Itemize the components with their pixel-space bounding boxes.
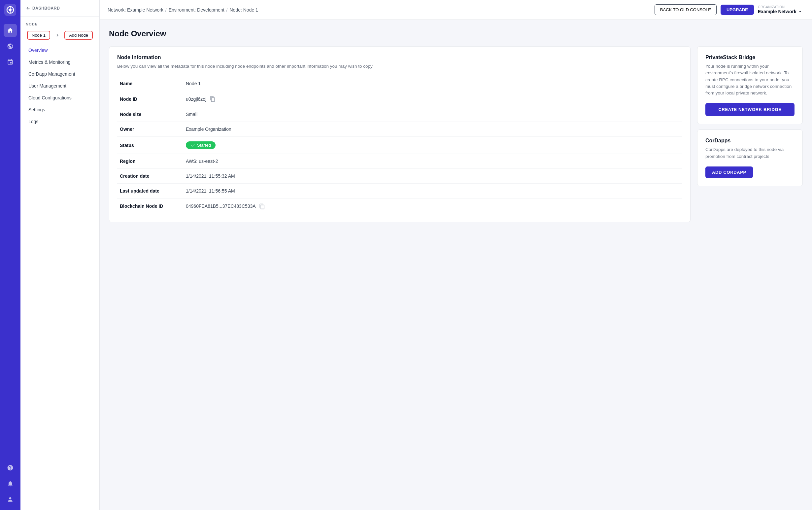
sidebar-item-bell[interactable] xyxy=(4,477,17,490)
back-to-dashboard[interactable]: DASHBOARD xyxy=(21,0,99,17)
row-value-nodeid: u0zgjl6zoj xyxy=(183,91,682,107)
back-to-old-console-button[interactable]: BACK TO OLD CONSOLE xyxy=(655,4,717,15)
info-table: Name Node 1 Node ID u0zgjl6zoj xyxy=(117,76,682,214)
node-selector-row: Node 1 Add Node xyxy=(23,29,97,41)
sidebar-item-user[interactable] xyxy=(4,493,17,506)
row-label-creation: Creation date xyxy=(117,169,183,183)
privatestack-title: PrivateStack Bridge xyxy=(705,55,794,60)
chevron-down-icon xyxy=(798,9,803,14)
row-value-status: Started xyxy=(183,137,682,154)
row-label-size: Node size xyxy=(117,107,183,122)
row-label-name: Name xyxy=(117,76,183,91)
breadcrumb-sep2: / xyxy=(227,7,228,12)
nav-item-user-mgmt[interactable]: User Management xyxy=(21,80,99,92)
sidebar-item-home[interactable] xyxy=(4,24,17,37)
nav-item-overview[interactable]: Overview xyxy=(21,44,99,56)
logo[interactable] xyxy=(4,4,16,16)
add-node-button[interactable]: Add Node xyxy=(64,31,93,40)
create-network-bridge-button[interactable]: CREATE NETWORK BRIDGE xyxy=(705,103,794,116)
table-row: Node ID u0zgjl6zoj xyxy=(117,91,682,107)
nav-item-cordapp[interactable]: CorDapp Management xyxy=(21,68,99,80)
icon-bar-bottom xyxy=(4,461,17,506)
nav-item-metrics[interactable]: Metrics & Monitoring xyxy=(21,56,99,68)
sidebar-item-globe[interactable] xyxy=(4,40,17,53)
table-row: Node size Small xyxy=(117,107,682,122)
table-row: Last updated date 1/14/2021, 11:56:55 AM xyxy=(117,183,682,199)
breadcrumb-network: Network: Example Network xyxy=(108,7,163,12)
breadcrumb-environment: Environment: Development xyxy=(169,7,224,12)
node-chip[interactable]: Node 1 xyxy=(27,31,50,40)
icon-bar xyxy=(0,0,21,510)
info-card: Node Information Below you can view all … xyxy=(109,46,691,222)
cordapps-desc: CorDapps are deployed to this node via p… xyxy=(705,146,794,160)
row-value-name: Node 1 xyxy=(183,76,682,91)
privatestack-card: PrivateStack Bridge Your node is running… xyxy=(697,46,803,124)
nav-item-logs[interactable]: Logs xyxy=(21,116,99,128)
row-value-creation: 1/14/2021, 11:55:32 AM xyxy=(183,169,682,183)
info-card-desc: Below you can view all the metadata for … xyxy=(117,63,682,70)
row-label-updated: Last updated date xyxy=(117,183,183,199)
breadcrumb: Network: Example Network / Environment: … xyxy=(108,7,649,12)
org-name: Example Network xyxy=(758,9,796,14)
status-badge: Started xyxy=(186,141,215,149)
sidebar-item-help[interactable] xyxy=(4,461,17,474)
top-nav-actions: BACK TO OLD CONSOLE UPGRADE ORGANIZATION… xyxy=(655,4,804,15)
page-title: Node Overview xyxy=(109,29,803,38)
node-section-label: NODE xyxy=(21,17,99,29)
table-row: Blockchain Node ID 04960FEA81B5...37EC48… xyxy=(117,199,682,214)
content-grid: Node Information Below you can view all … xyxy=(109,46,803,222)
org-name-row[interactable]: Example Network xyxy=(758,9,804,14)
row-label-status: Status xyxy=(117,137,183,154)
privatestack-desc: Your node is running within your environ… xyxy=(705,63,794,96)
breadcrumb-sep1: / xyxy=(166,7,167,12)
copy-blockchain-nodeid-button[interactable] xyxy=(259,203,265,209)
copy-nodeid-button[interactable] xyxy=(210,96,215,102)
row-value-owner: Example Organization xyxy=(183,122,682,137)
sidebar-item-network[interactable] xyxy=(4,56,17,69)
nav-item-settings[interactable]: Settings xyxy=(21,104,99,116)
add-cordapp-button[interactable]: ADD CORDAPP xyxy=(705,167,753,178)
top-nav: Network: Example Network / Environment: … xyxy=(100,0,812,20)
row-value-blockchain-nodeid: 04960FEA81B5...37EC483C533A xyxy=(183,199,682,214)
upgrade-button[interactable]: UPGRADE xyxy=(721,5,754,15)
nav-item-cloud-configs[interactable]: Cloud Configurations xyxy=(21,92,99,104)
cordapps-card: CorDapps CorDapps are deployed to this n… xyxy=(697,130,803,186)
table-row: Status Started xyxy=(117,137,682,154)
row-value-updated: 1/14/2021, 11:56:55 AM xyxy=(183,183,682,199)
row-label-nodeid: Node ID xyxy=(117,91,183,107)
cordapps-title: CorDapps xyxy=(705,138,794,144)
right-cards: PrivateStack Bridge Your node is running… xyxy=(697,46,803,186)
info-card-title: Node Information xyxy=(117,55,682,60)
row-value-region: AWS: us-east-2 xyxy=(183,154,682,169)
content: Node Overview Node Information Below you… xyxy=(100,20,812,510)
sidebar-nav: Overview Metrics & Monitoring CorDapp Ma… xyxy=(21,41,99,130)
table-row: Creation date 1/14/2021, 11:55:32 AM xyxy=(117,169,682,183)
table-row: Region AWS: us-east-2 xyxy=(117,154,682,169)
main-area: Network: Example Network / Environment: … xyxy=(100,0,812,510)
table-row: Name Node 1 xyxy=(117,76,682,91)
org-label: ORGANIZATION xyxy=(758,5,804,9)
back-label: DASHBOARD xyxy=(32,6,60,10)
sidebar: DASHBOARD NODE Node 1 Add Node Overview … xyxy=(21,0,100,510)
table-row: Owner Example Organization xyxy=(117,122,682,137)
check-icon xyxy=(190,143,195,148)
org-selector[interactable]: ORGANIZATION Example Network xyxy=(758,5,804,14)
row-label-blockchain-nodeid: Blockchain Node ID xyxy=(117,199,183,214)
chevron-right-icon xyxy=(55,33,60,38)
row-label-region: Region xyxy=(117,154,183,169)
row-label-owner: Owner xyxy=(117,122,183,137)
row-value-size: Small xyxy=(183,107,682,122)
breadcrumb-node: Node: Node 1 xyxy=(230,7,258,12)
